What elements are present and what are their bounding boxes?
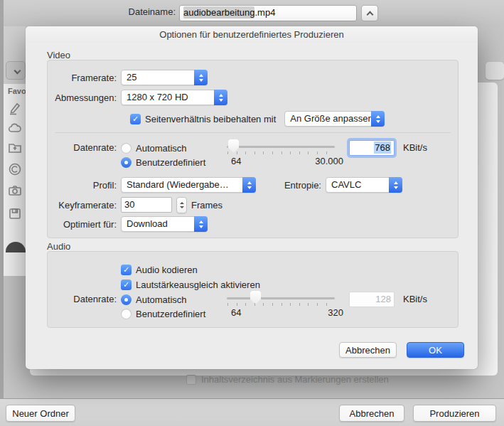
save-sheet-top: Dateiname: audiobearbeitung.mp4 bbox=[0, 0, 504, 26]
entropy-value: CAVLC bbox=[326, 178, 389, 192]
profile-dropdown[interactable]: Standard (Wiedergabe… bbox=[121, 177, 256, 193]
creative-cloud-icon[interactable] bbox=[8, 162, 23, 178]
audio-datarate-auto-label: Automatisch bbox=[136, 294, 187, 305]
audio-bitrate-unit: KBit/s bbox=[403, 294, 427, 304]
profile-row: Profil: Standard (Wiedergabe… Entropie: … bbox=[48, 177, 402, 193]
slider-ticks bbox=[227, 151, 334, 154]
toc-checkbox-label: Inhaltsverzeichnis aus Markierungen erst… bbox=[201, 374, 389, 385]
slider-max-label: 320 bbox=[328, 307, 343, 318]
framerate-combobox[interactable]: 25 bbox=[121, 70, 208, 85]
video-bitrate-value: 768 bbox=[374, 142, 391, 154]
audio-datarate-custom-radio[interactable] bbox=[121, 309, 132, 319]
scroll-button[interactable] bbox=[486, 62, 504, 80]
slider-ticks bbox=[227, 303, 334, 306]
video-datarate-custom-radio[interactable] bbox=[121, 157, 132, 168]
video-datarate-row: Datenrate: Automatisch Benutzerdefiniert bbox=[48, 142, 205, 168]
bottom-button-bar: Neuer Ordner Abbrechen Produzieren bbox=[0, 398, 504, 426]
keyframerate-row: Keyframerate: 30 Frames bbox=[48, 197, 222, 213]
camera-icon[interactable] bbox=[8, 183, 23, 199]
keyframerate-stepper[interactable] bbox=[176, 197, 187, 213]
pencil-icon[interactable] bbox=[8, 101, 23, 117]
entropy-dropdown[interactable]: CAVLC bbox=[326, 177, 402, 193]
check-icon: ✓ bbox=[123, 280, 129, 289]
stepper-icon[interactable] bbox=[389, 177, 402, 193]
optimize-value: Download bbox=[122, 217, 194, 231]
entropy-label: Entropie: bbox=[277, 180, 321, 191]
video-datarate-custom-label: Benutzerdefiniert bbox=[136, 157, 205, 168]
video-datarate-auto-label: Automatisch bbox=[136, 143, 187, 154]
audio-datarate-custom-label: Benutzerdefiniert bbox=[136, 309, 205, 319]
optimize-dropdown[interactable]: Download bbox=[121, 216, 208, 232]
profile-label: Profil: bbox=[48, 180, 117, 191]
video-bitrate-unit: KBit/s bbox=[403, 142, 427, 153]
aspect-mode-dropdown[interactable]: An Größe anpassen bbox=[284, 111, 385, 127]
check-icon: ✓ bbox=[132, 115, 139, 123]
keyframerate-label: Keyframerate: bbox=[48, 200, 117, 211]
check-icon: ✓ bbox=[123, 265, 129, 274]
video-bitrate-slider[interactable]: 64 30.000 bbox=[227, 139, 335, 168]
video-datarate-auto-radio[interactable] bbox=[121, 143, 132, 154]
audio-bitrate-input: 128 bbox=[349, 292, 395, 307]
framerate-label: Framerate: bbox=[48, 73, 117, 83]
new-folder-button[interactable]: Neuer Ordner bbox=[6, 405, 75, 422]
filename-label: Dateiname: bbox=[114, 6, 176, 17]
video-datarate-label: Datenrate: bbox=[48, 142, 117, 153]
stepper-icon[interactable] bbox=[371, 111, 385, 127]
audio-encode-label: Audio kodieren bbox=[136, 265, 198, 275]
drive-icon[interactable] bbox=[8, 206, 23, 222]
audio-datarate-row: Datenrate: Automatisch Benutzerdefiniert bbox=[48, 294, 205, 319]
loudness-label: Lautstärkeausgleich aktivieren bbox=[136, 279, 260, 290]
stepper-icon[interactable] bbox=[194, 70, 208, 85]
slider-min-label: 64 bbox=[231, 156, 241, 166]
video-settings-group: Framerate: 25 Abmessungen: 1280 x 720 HD… bbox=[47, 60, 459, 238]
collapse-sheet-button[interactable] bbox=[361, 5, 378, 21]
aspect-mode-value: An Größe anpassen bbox=[285, 112, 371, 126]
cancel-button-dialog[interactable]: Abbrechen bbox=[339, 342, 397, 358]
loudness-checkbox[interactable]: ✓ bbox=[121, 279, 132, 290]
loudness-row: ✓ Lautstärkeausgleich aktivieren bbox=[121, 277, 260, 292]
produce-button[interactable]: Produzieren bbox=[413, 405, 496, 422]
dialog-title: Optionen für benutzerdefiniertes Produzi… bbox=[26, 26, 478, 43]
screen: Dateiname: audiobearbeitung.mp4 Favorite… bbox=[0, 0, 504, 426]
framerate-row: Framerate: 25 bbox=[48, 70, 208, 85]
keyframerate-value: 30 bbox=[124, 199, 134, 210]
audio-bitrate-slider[interactable]: 64 320 bbox=[227, 291, 335, 319]
optimize-label: Optimiert für: bbox=[48, 219, 117, 230]
audio-encode-row: ✓ Audio kodieren bbox=[121, 262, 198, 277]
dimmed-toolbar bbox=[4, 26, 26, 84]
audio-datarate-label: Datenrate: bbox=[48, 294, 117, 304]
dimensions-dropdown[interactable]: 1280 x 720 HD bbox=[121, 90, 227, 105]
slider-min-label: 64 bbox=[231, 307, 241, 318]
ok-button[interactable]: OK bbox=[407, 342, 464, 358]
audio-settings-group: ✓ Audio kodieren ✓ Lautstärkeausgleich a… bbox=[47, 251, 459, 328]
aspect-ratio-label: Seitenverhältnis beibehalten mit bbox=[145, 114, 276, 124]
cloud-icon[interactable] bbox=[8, 121, 23, 137]
filename-input[interactable]: audiobearbeitung.mp4 bbox=[179, 5, 357, 21]
stepper-icon[interactable] bbox=[194, 216, 208, 232]
toc-checkbox-row: Inhaltsverzeichnis aus Markierungen erst… bbox=[186, 374, 389, 385]
folder-icon[interactable] bbox=[8, 141, 23, 156]
slider-track bbox=[227, 146, 335, 148]
favorites-sidebar: Favoriten bbox=[4, 84, 26, 276]
optimize-row: Optimiert für: Download bbox=[48, 216, 208, 232]
custom-production-options-dialog: Optionen für benutzerdefiniertes Produzi… bbox=[26, 26, 478, 369]
aspect-ratio-row: ✓ Seitenverhältnis beibehalten mit An Gr… bbox=[130, 111, 385, 127]
chevron-left-icon bbox=[14, 67, 21, 74]
sidebar-partial-icon bbox=[6, 242, 26, 252]
keyframerate-input[interactable]: 30 bbox=[121, 197, 172, 213]
audio-encode-checkbox[interactable]: ✓ bbox=[121, 265, 132, 275]
aspect-ratio-checkbox[interactable]: ✓ bbox=[130, 114, 141, 124]
chevron-up-icon bbox=[366, 11, 373, 18]
framerate-value: 25 bbox=[122, 70, 194, 85]
cancel-button-background[interactable]: Abbrechen bbox=[339, 405, 404, 422]
video-bitrate-input[interactable]: 768 bbox=[349, 140, 395, 156]
toc-checkbox[interactable] bbox=[186, 375, 196, 385]
slider-max-label: 30.000 bbox=[315, 156, 343, 166]
dimensions-label: Abmessungen: bbox=[48, 92, 117, 103]
stepper-icon[interactable] bbox=[242, 177, 256, 193]
back-button[interactable] bbox=[6, 61, 26, 80]
stepper-icon[interactable] bbox=[214, 90, 227, 105]
audio-datarate-auto-radio[interactable] bbox=[121, 294, 132, 305]
profile-value: Standard (Wiedergabe… bbox=[122, 178, 242, 192]
audio-section-label: Audio bbox=[47, 241, 70, 252]
